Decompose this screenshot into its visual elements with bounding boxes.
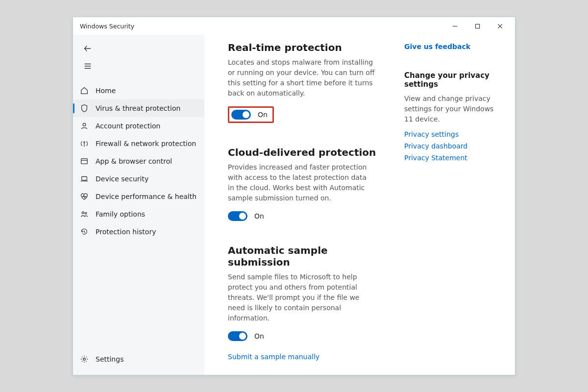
svg-point-17 [83,358,86,361]
sidebar-item-label: Virus & threat protection [96,104,180,112]
svg-point-8 [83,123,86,126]
sidebar-item-account[interactable]: Account protection [73,117,204,135]
close-button[interactable] [489,17,511,35]
hamburger-icon [83,62,92,71]
sidebar-item-label: Device security [96,175,148,183]
sidebar-item-history[interactable]: Protection history [73,223,204,241]
nav-list: Home Virus & threat protection Account p… [73,82,204,241]
toggle-state-label: On [254,212,264,220]
section-sample: Automatic sample submission Send sample … [228,245,382,361]
sidebar-item-label: Device performance & health [96,193,196,200]
gear-icon [80,355,89,364]
antenna-icon [80,139,89,148]
back-button[interactable] [78,40,98,57]
people-icon [80,210,89,219]
sidebar-item-label: Protection history [96,228,156,236]
section-realtime: Real-time protection Locates and stops m… [228,42,382,123]
highlight-callout: On [228,106,274,123]
maximize-button[interactable] [466,17,489,35]
right-column: Give us feedback Change your privacy set… [400,35,515,375]
app-window-icon [80,157,89,166]
sidebar-item-label: Firewall & network protection [96,140,196,147]
back-arrow-icon [83,44,92,53]
section-title: Cloud-delivered protection [228,147,382,158]
shield-icon [80,104,89,113]
home-icon [80,86,89,95]
section-desc: Locates and stops malware from installin… [228,57,375,98]
sidebar-item-app-browser[interactable]: App & browser control [73,152,204,170]
cloud-toggle[interactable] [228,211,247,221]
sidebar-item-settings[interactable]: Settings [73,349,204,369]
maximize-icon [475,24,480,29]
toggle-state-label: On [254,332,264,340]
sidebar-item-family[interactable]: Family options [73,205,204,223]
window-title: Windows Security [80,23,134,30]
sidebar-item-label: Home [96,87,116,95]
svg-rect-1 [475,24,479,28]
privacy-heading: Change your privacy settings [404,71,503,89]
sidebar-item-firewall[interactable]: Firewall & network protection [73,135,204,152]
heart-pulse-icon [80,192,89,201]
window-root: Windows Security [73,17,515,375]
sidebar-item-label: Settings [96,355,123,363]
svg-rect-13 [82,177,87,180]
realtime-toggle[interactable] [231,110,251,120]
section-title: Real-time protection [228,42,382,53]
svg-point-16 [85,212,87,214]
sidebar-item-label: Account protection [96,122,161,130]
svg-rect-11 [81,159,88,164]
window-body: Home Virus & threat protection Account p… [73,35,515,375]
svg-point-15 [82,212,84,214]
sidebar-item-virus[interactable]: Virus & threat protection [73,99,204,117]
titlebar: Windows Security [73,17,515,35]
content-scroll[interactable]: Real-time protection Locates and stops m… [204,35,400,375]
privacy-dashboard-link[interactable]: Privacy dashboard [404,142,503,150]
section-desc: Send sample files to Microsoft to help p… [228,272,375,323]
privacy-settings-link[interactable]: Privacy settings [404,130,503,138]
privacy-link-list: Privacy settings Privacy dashboard Priva… [404,130,503,162]
sidebar-item-label: Family options [96,210,145,218]
laptop-icon [80,174,89,183]
svg-point-10 [84,142,85,143]
history-icon [80,227,89,236]
minimize-icon [452,24,458,29]
sidebar-item-home[interactable]: Home [73,82,204,99]
person-icon [80,122,89,130]
sidebar-item-label: App & browser control [96,157,172,165]
sample-toggle[interactable] [228,331,247,341]
section-title: Automatic sample submission [228,245,382,268]
submit-sample-link[interactable]: Submit a sample manually [228,353,319,361]
feedback-link[interactable]: Give us feedback [404,43,470,50]
sidebar: Home Virus & threat protection Account p… [73,35,204,375]
sidebar-item-device-security[interactable]: Device security [73,170,204,188]
privacy-statement-link[interactable]: Privacy Statement [404,154,503,162]
main-area: Real-time protection Locates and stops m… [204,35,515,375]
minimize-button[interactable] [443,17,466,35]
section-cloud: Cloud-delivered protection Provides incr… [228,147,382,221]
sidebar-item-performance[interactable]: Device performance & health [73,188,204,205]
toggle-state-label: On [258,111,268,119]
section-desc: Provides increased and faster protection… [228,162,375,203]
close-icon [497,24,503,29]
hamburger-button[interactable] [78,57,98,75]
privacy-desc: View and change privacy settings for you… [404,94,503,124]
